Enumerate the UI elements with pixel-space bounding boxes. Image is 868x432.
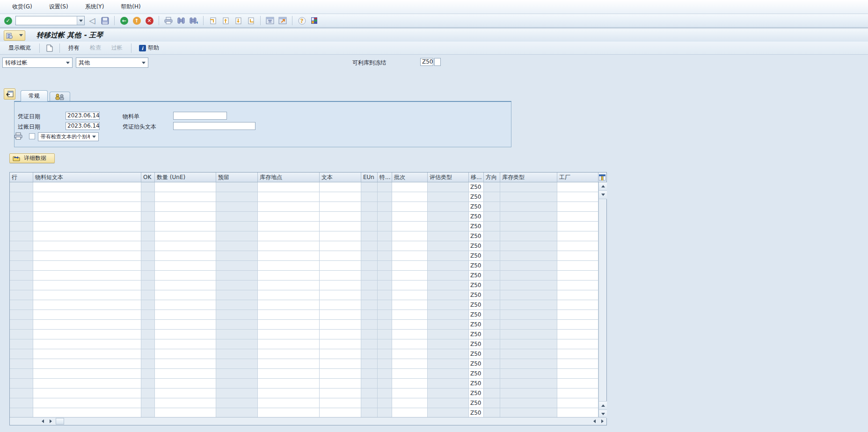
- cell-mvt[interactable]: Z50: [469, 398, 484, 408]
- cell-material_text[interactable]: [33, 359, 141, 369]
- continue-icon[interactable]: ✓: [3, 15, 13, 26]
- cell-text[interactable]: [320, 182, 361, 192]
- cell-sloc[interactable]: [258, 379, 320, 389]
- cell-batch[interactable]: [392, 290, 428, 300]
- cell-text[interactable]: [320, 281, 361, 290]
- cell-material_text[interactable]: [33, 231, 141, 241]
- cell-mvt[interactable]: Z50: [469, 202, 484, 212]
- cell-plant[interactable]: [557, 261, 598, 271]
- cell-qty[interactable]: [155, 339, 216, 349]
- cell-batch[interactable]: [392, 241, 428, 251]
- cell-material_text[interactable]: [33, 202, 141, 212]
- cell-sloc[interactable]: [258, 212, 320, 222]
- column-header-batch[interactable]: 批次: [392, 173, 428, 182]
- cell-sloc[interactable]: [258, 389, 320, 398]
- movement-type-field[interactable]: Z50: [420, 58, 433, 66]
- cell-sloc[interactable]: [258, 251, 320, 261]
- cell-plant[interactable]: [557, 330, 598, 339]
- cell-plant[interactable]: [557, 271, 598, 281]
- cell-batch[interactable]: [392, 202, 428, 212]
- cell-material_text[interactable]: [33, 339, 141, 349]
- reference-select[interactable]: 其他: [76, 58, 148, 68]
- cell-qty[interactable]: [155, 320, 216, 330]
- cell-plant[interactable]: [557, 192, 598, 202]
- cell-qty[interactable]: [155, 182, 216, 192]
- cell-text[interactable]: [320, 320, 361, 330]
- cell-plant[interactable]: [557, 241, 598, 251]
- cell-plant[interactable]: [557, 349, 598, 359]
- cell-material_text[interactable]: [33, 330, 141, 339]
- cell-qty[interactable]: [155, 271, 216, 281]
- scroll-up-icon[interactable]: [599, 182, 607, 191]
- cell-mvt[interactable]: Z50: [469, 320, 484, 330]
- cell-text[interactable]: [320, 202, 361, 212]
- cell-text[interactable]: [320, 369, 361, 379]
- tab-partner[interactable]: [50, 92, 70, 101]
- cell-text[interactable]: [320, 349, 361, 359]
- cell-text[interactable]: [320, 389, 361, 398]
- cell-material_text[interactable]: [33, 281, 141, 290]
- cell-batch[interactable]: [392, 369, 428, 379]
- cell-plant[interactable]: [557, 300, 598, 310]
- close-header-detail-button[interactable]: [4, 88, 15, 100]
- cell-batch[interactable]: [392, 271, 428, 281]
- cell-material_text[interactable]: [33, 398, 141, 408]
- tab-general[interactable]: 常规: [21, 90, 48, 101]
- command-field[interactable]: [15, 16, 85, 25]
- cell-sloc[interactable]: [258, 261, 320, 271]
- print-version-select[interactable]: 带有检查文本的个别单...: [38, 132, 99, 141]
- cell-mvt[interactable]: Z50: [469, 271, 484, 281]
- header-text-field[interactable]: [173, 122, 255, 130]
- scroll-down-icon[interactable]: [599, 191, 607, 199]
- cell-mvt[interactable]: Z50: [469, 349, 484, 359]
- cell-plant[interactable]: [557, 281, 598, 290]
- cell-material_text[interactable]: [33, 182, 141, 192]
- cell-mvt[interactable]: Z50: [469, 231, 484, 241]
- cell-mvt[interactable]: Z50: [469, 261, 484, 271]
- menu-item-3[interactable]: 帮助(H): [119, 2, 142, 12]
- cell-material_text[interactable]: [33, 251, 141, 261]
- cell-mvt[interactable]: Z50: [469, 369, 484, 379]
- material-slip-field[interactable]: [173, 112, 227, 120]
- cell-qty[interactable]: [155, 202, 216, 212]
- action-select-arrow-icon[interactable]: [64, 58, 72, 67]
- exit-icon[interactable]: ↑: [131, 15, 142, 26]
- cell-text[interactable]: [320, 398, 361, 408]
- help-button[interactable]: i 帮助: [136, 44, 162, 52]
- cell-mvt[interactable]: Z50: [469, 408, 484, 418]
- cell-plant[interactable]: [557, 290, 598, 300]
- cell-qty[interactable]: [155, 231, 216, 241]
- cell-plant[interactable]: [557, 182, 598, 192]
- cell-sloc[interactable]: [258, 231, 320, 241]
- cell-batch[interactable]: [392, 231, 428, 241]
- cell-plant[interactable]: [557, 222, 598, 231]
- cell-mvt[interactable]: Z50: [469, 192, 484, 202]
- cell-sloc[interactable]: [258, 241, 320, 251]
- cell-sloc[interactable]: [258, 202, 320, 212]
- horizontal-scrollbar[interactable]: [10, 417, 606, 425]
- scroll-right-icon[interactable]: [47, 418, 55, 425]
- scroll-right-end-icon[interactable]: [598, 418, 606, 425]
- cell-batch[interactable]: [392, 339, 428, 349]
- cell-material_text[interactable]: [33, 369, 141, 379]
- cell-batch[interactable]: [392, 212, 428, 222]
- cell-qty[interactable]: [155, 379, 216, 389]
- cell-sloc[interactable]: [258, 310, 320, 320]
- column-header-valuation[interactable]: 评估类型: [428, 173, 469, 182]
- menu-item-0[interactable]: 收货(G): [10, 2, 34, 12]
- customize-layout-icon[interactable]: [309, 15, 320, 26]
- cell-sloc[interactable]: [258, 339, 320, 349]
- cell-batch[interactable]: [392, 251, 428, 261]
- cell-mvt[interactable]: Z50: [469, 330, 484, 339]
- back-icon[interactable]: ←: [119, 15, 129, 26]
- cell-material_text[interactable]: [33, 261, 141, 271]
- command-field-dropdown-icon[interactable]: [77, 16, 84, 25]
- cell-plant[interactable]: [557, 408, 598, 418]
- cell-plant[interactable]: [557, 359, 598, 369]
- cell-material_text[interactable]: [33, 389, 141, 398]
- column-header-stock_type[interactable]: 库存类型: [500, 173, 557, 182]
- cell-qty[interactable]: [155, 369, 216, 379]
- cell-material_text[interactable]: [33, 192, 141, 202]
- cell-material_text[interactable]: [33, 271, 141, 281]
- cell-batch[interactable]: [392, 408, 428, 418]
